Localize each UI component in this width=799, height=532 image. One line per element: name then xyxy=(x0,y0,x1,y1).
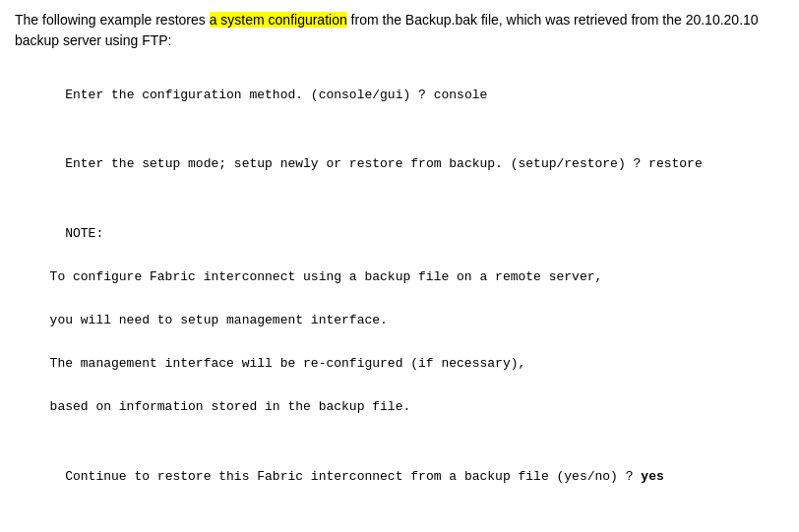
line-continue-restore: Continue to restore this Fabric intercon… xyxy=(34,444,784,509)
code-section: Enter the configuration method. (console… xyxy=(15,63,784,532)
intro-before-highlight: The following example restores xyxy=(15,12,210,28)
intro-highlight: a system configuration xyxy=(210,12,347,28)
intro-paragraph: The following example restores a system … xyxy=(15,10,784,51)
line-setup-mode: Enter the setup mode; setup newly or res… xyxy=(34,132,784,197)
note-block: NOTE: To configure Fabric interconnect u… xyxy=(34,202,784,441)
line-config-method: Enter the configuration method. (console… xyxy=(34,63,784,128)
line-ipv4-address: Physical Switch Mgmt0 IPv4 address : 192… xyxy=(34,513,784,532)
